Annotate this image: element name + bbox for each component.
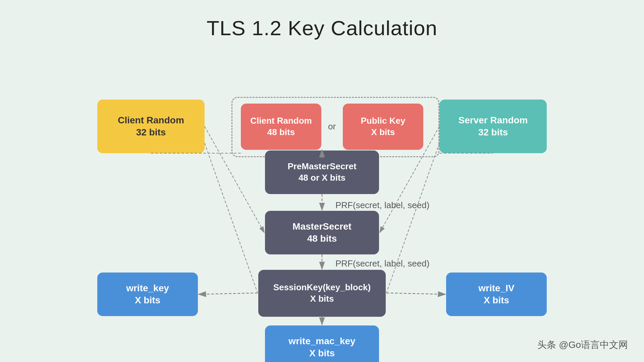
page-title: TLS 1.2 Key Calculation bbox=[207, 16, 437, 40]
pre-master-line2: 48 or X bits bbox=[287, 172, 356, 184]
write-mac-key-line1: write_mac_key bbox=[288, 335, 355, 347]
pre-master-box: PreMasterSecret 48 or X bits bbox=[265, 150, 379, 194]
diagram: Client Random 32 bits Client Random 48 b… bbox=[87, 60, 557, 348]
prf2-label: PRF(secret, label, seed) bbox=[335, 258, 429, 269]
client-random-48-line2: 48 bits bbox=[250, 127, 312, 138]
write-key-line1: write_key bbox=[126, 282, 169, 294]
write-iv-box: write_IV X bits bbox=[446, 273, 547, 316]
write-iv-line1: write_IV bbox=[478, 282, 514, 294]
server-random-box: Server Random 32 bits bbox=[439, 100, 547, 153]
write-mac-key-box: write_mac_key X bits bbox=[265, 325, 379, 362]
pre-master-line1: PreMasterSecret bbox=[287, 161, 356, 172]
client-random-48-box: Client Random 48 bits bbox=[241, 104, 321, 150]
or-label: or bbox=[328, 121, 336, 132]
client-random-box: Client Random 32 bits bbox=[97, 100, 205, 153]
session-key-line2: X bits bbox=[273, 293, 371, 305]
slide: TLS 1.2 Key Calculation Client Random 32… bbox=[0, 0, 644, 362]
write-key-line2: X bits bbox=[126, 294, 169, 306]
watermark: 头条 @Go语言中文网 bbox=[537, 339, 628, 351]
svg-line-9 bbox=[199, 293, 258, 294]
master-secret-box: MasterSecret 48 bits bbox=[265, 211, 379, 254]
svg-line-8 bbox=[386, 143, 439, 293]
client-random-line2: 32 bits bbox=[118, 126, 184, 138]
public-key-box: Public Key X bits bbox=[343, 104, 423, 150]
session-key-line1: SessionKey(key_block) bbox=[273, 282, 371, 293]
write-iv-line2: X bits bbox=[478, 294, 514, 306]
svg-line-7 bbox=[205, 143, 258, 293]
svg-line-10 bbox=[386, 293, 445, 294]
server-random-line2: 32 bits bbox=[459, 126, 528, 138]
master-secret-line1: MasterSecret bbox=[292, 221, 352, 233]
client-random-48-line1: Client Random bbox=[250, 115, 312, 127]
write-key-box: write_key X bits bbox=[97, 273, 198, 316]
server-random-line1: Server Random bbox=[459, 114, 528, 126]
public-key-line2: X bits bbox=[361, 127, 406, 138]
write-mac-key-line2: X bits bbox=[288, 347, 355, 359]
client-random-line1: Client Random bbox=[118, 114, 184, 126]
session-key-box: SessionKey(key_block) X bits bbox=[258, 270, 386, 317]
master-secret-line2: 48 bits bbox=[292, 233, 352, 245]
prf1-label: PRF(secret, label, seed) bbox=[335, 200, 429, 210]
public-key-line1: Public Key bbox=[361, 115, 406, 127]
